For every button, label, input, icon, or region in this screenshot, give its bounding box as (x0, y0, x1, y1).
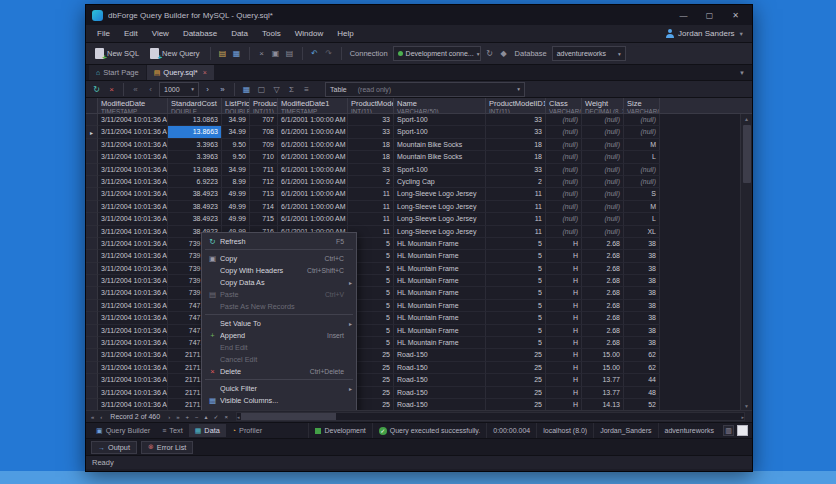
view-tab-data[interactable]: ▦Data (189, 424, 226, 437)
cancel-edit-icon[interactable]: × (223, 414, 231, 420)
row-marker[interactable] (86, 164, 98, 176)
grid-cell[interactable]: 13.77 (582, 374, 624, 386)
grid-cell[interactable]: 3/11/2004 10:01:36 AM (98, 399, 168, 410)
grid-cell[interactable]: 38 (624, 250, 660, 262)
menu-tools[interactable]: Tools (255, 27, 288, 40)
grid-cell[interactable]: 44 (624, 374, 660, 386)
grid-cell[interactable]: 52 (624, 399, 660, 410)
grid-cell[interactable]: 33 (348, 126, 394, 138)
grid-cell[interactable]: 3/11/2004 10:01:36 AM (98, 151, 168, 163)
grid-cell[interactable]: (null) (582, 213, 624, 225)
grid-cell[interactable]: (null) (546, 226, 582, 238)
row-marker[interactable] (86, 114, 98, 126)
grid-cell[interactable]: (null) (546, 188, 582, 200)
delete-record-icon[interactable]: − (193, 414, 201, 420)
grid-cell[interactable]: 2.68 (582, 250, 624, 262)
grid-cell[interactable]: 25 (486, 399, 546, 410)
row-marker[interactable] (86, 349, 98, 361)
page-size-dropdown[interactable]: 1000 ▾ (159, 82, 199, 97)
row-marker[interactable] (86, 201, 98, 213)
redo-icon[interactable]: ↷ (323, 47, 335, 60)
grid-cell[interactable]: 710 (250, 151, 278, 163)
grid-cell[interactable]: 2.68 (582, 312, 624, 324)
grid-cell[interactable]: 6/1/2001 1:00:00 AM (278, 176, 348, 188)
row-marker[interactable] (86, 275, 98, 287)
grid-cell[interactable]: 34.99 (222, 164, 250, 176)
grid-cell[interactable]: (null) (582, 201, 624, 213)
grid-cell[interactable]: 62 (624, 362, 660, 374)
grid-cell[interactable]: 33 (486, 164, 546, 176)
grid-cell[interactable]: 6/1/2001 1:00:00 AM (278, 114, 348, 126)
column-header-productmodelid[interactable]: ProductModelIDINT(11) (348, 98, 394, 113)
scroll-right-icon[interactable]: ▸ (741, 412, 744, 421)
grid-cell[interactable]: 25 (486, 374, 546, 386)
grid-cell[interactable]: 33 (348, 114, 394, 126)
grid-cell[interactable]: 38 (624, 275, 660, 287)
menu-item-copy-with-headers[interactable]: Copy With HeadersCtrl+Shift+C (202, 264, 356, 276)
tab-query-sql[interactable]: ▤Query.sql*× (147, 65, 214, 80)
grid-cell[interactable]: Road-150 (394, 399, 486, 410)
grid-cell[interactable]: L (624, 151, 660, 163)
grid-cell[interactable]: 3/11/2004 10:01:36 AM (98, 337, 168, 349)
view-tab-text[interactable]: ≡Text (156, 424, 188, 437)
grid-cell[interactable]: 6/1/2001 1:00:00 AM (278, 188, 348, 200)
copy-icon[interactable]: ▣ (270, 47, 282, 60)
grid-cell[interactable]: 38 (624, 287, 660, 299)
grid-cell[interactable]: 9.50 (222, 151, 250, 163)
row-marker[interactable] (86, 300, 98, 312)
grid-cell[interactable]: (null) (546, 139, 582, 151)
grid-cell[interactable]: 38 (624, 337, 660, 349)
view-mode-dropdown[interactable]: Table (read only) ▾ (325, 82, 525, 97)
grid-cell[interactable]: HL Mountain Frame (394, 275, 486, 287)
menu-help[interactable]: Help (330, 27, 360, 40)
row-marker[interactable] (86, 374, 98, 386)
grid-view-icon[interactable]: ▦ (240, 83, 253, 96)
grid-cell[interactable]: 13.0863 (168, 164, 222, 176)
horizontal-scroll-thumb[interactable] (241, 413, 336, 420)
grid-cell[interactable]: 3/11/2004 10:01:36 AM (98, 374, 168, 386)
menu-data[interactable]: Data (224, 27, 255, 40)
grid-cell[interactable]: 38 (624, 263, 660, 275)
grid-cell[interactable]: (null) (546, 126, 582, 138)
grid-cell[interactable]: Sport-100 (394, 114, 486, 126)
grid-cell[interactable]: 3/11/2004 10:01:36 AM (98, 250, 168, 262)
menu-item-quick-filter[interactable]: Quick Filter▸ (202, 382, 356, 394)
column-header-standardcost[interactable]: StandardCostDOUBLE (168, 98, 222, 113)
row-marker[interactable] (86, 325, 98, 337)
grid-cell[interactable]: XL (624, 226, 660, 238)
grid-cell[interactable]: Road-150 (394, 362, 486, 374)
grid-cell[interactable]: 38.4923 (168, 188, 222, 200)
grid-cell[interactable]: 13.77 (582, 387, 624, 399)
grid-cell[interactable]: 5 (486, 337, 546, 349)
grid-cell[interactable]: 709 (250, 139, 278, 151)
view-tab-profiler[interactable]: ◔Profiler (226, 424, 268, 437)
grid-cell[interactable]: HL Mountain Frame (394, 238, 486, 250)
grid-cell[interactable]: 5 (486, 250, 546, 262)
grid-cell[interactable]: Road-150 (394, 387, 486, 399)
edit-record-icon[interactable]: ▴ (203, 413, 210, 420)
open-file-icon[interactable]: ▤ (217, 47, 229, 60)
grid-cell[interactable]: 3/11/2004 10:01:36 AM (98, 213, 168, 225)
row-marker[interactable] (86, 287, 98, 299)
grid-cell[interactable]: 3/11/2004 10:01:36 AM (98, 387, 168, 399)
column-header-modifieddate[interactable]: ModifiedDateTIMESTAMP (98, 98, 168, 113)
grid-cell[interactable]: 713 (250, 188, 278, 200)
grid-cell[interactable]: 3/11/2004 10:01:36 AM (98, 114, 168, 126)
save-icon[interactable]: ▦ (231, 47, 243, 60)
menu-database[interactable]: Database (176, 27, 224, 40)
grid-cell[interactable]: 34.99 (222, 126, 250, 138)
grid-cell[interactable]: 48 (624, 387, 660, 399)
menu-item-append[interactable]: +AppendInsert (202, 329, 356, 341)
last-record-icon[interactable]: » (174, 414, 181, 420)
grid-cell[interactable]: 49.99 (222, 188, 250, 200)
filter-icon[interactable]: ▽ (270, 83, 283, 96)
grid-cell[interactable]: 2.68 (582, 263, 624, 275)
grid-cell[interactable]: 49.99 (222, 201, 250, 213)
grid-cell[interactable]: (null) (624, 176, 660, 188)
grid-cell[interactable]: 3/11/2004 10:01:36 AM (98, 263, 168, 275)
grid-cell[interactable]: 5 (486, 275, 546, 287)
grid-cell[interactable]: 3/11/2004 10:01:36 AM (98, 126, 168, 138)
scroll-up-icon[interactable]: ▲ (744, 114, 749, 123)
grid-cell[interactable]: 11 (348, 213, 394, 225)
grid-cell[interactable]: 11 (348, 201, 394, 213)
